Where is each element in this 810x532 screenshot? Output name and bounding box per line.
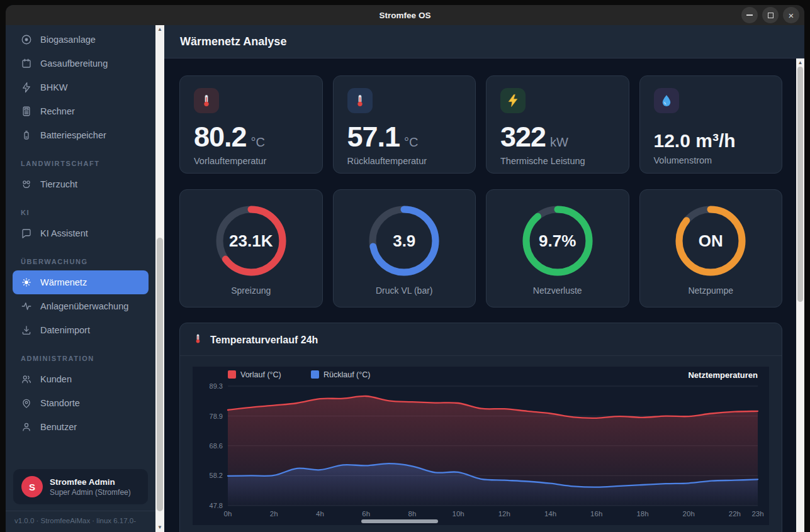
chart-card-title: Temperaturverlauf 24h — [210, 335, 318, 346]
chart-card-header: Temperaturverlauf 24h — [180, 323, 782, 356]
sidebar: BiogasanlageGasaufbereitungBHKWRechnerBa… — [6, 25, 155, 532]
users-icon — [20, 374, 32, 385]
svg-text:58.2: 58.2 — [210, 472, 223, 479]
sidebar-item-datenimport[interactable]: Datenimport — [13, 318, 149, 342]
sidebar-footer: v1.0.0 · StromfeeAiMax · linux 6.17.0- — [6, 511, 155, 532]
stat-value: 12.0 m³/h — [654, 131, 736, 150]
stat-unit: °C — [251, 135, 265, 150]
sidebar-item-benutzer[interactable]: Benutzer — [13, 415, 149, 439]
stat-unit: kW — [550, 135, 568, 150]
maximize-button[interactable] — [762, 7, 779, 23]
main-scrollbar-thumb[interactable] — [797, 67, 803, 302]
gauge-ring: ON — [675, 206, 746, 276]
gauge-card-0: 23.1KSpreizung — [179, 189, 323, 308]
stat-value: 322 — [500, 123, 546, 151]
map-pin-icon — [20, 397, 32, 409]
svg-text:18h: 18h — [636, 510, 648, 518]
download-icon — [20, 324, 32, 336]
gauge-label: Netzpumpe — [688, 285, 733, 296]
svg-text:Rücklauf (°C): Rücklauf (°C) — [323, 370, 370, 379]
temperature-chart-card: Temperaturverlauf 24h 89.378.968.658.247… — [179, 323, 782, 532]
scroll-up-icon[interactable]: ▲ — [155, 26, 164, 33]
window-title: Stromfee OS — [380, 11, 431, 20]
stat-label: Volumenstrom — [654, 155, 768, 165]
svg-text:2h: 2h — [270, 510, 278, 518]
sidebar-item-ki-assistent[interactable]: KI Assistent — [13, 221, 149, 245]
svg-text:78.9: 78.9 — [210, 413, 223, 420]
animal-icon — [20, 179, 32, 191]
main-area: Wärmenetz Analyse 80.2°CVorlauftemperatu… — [164, 25, 804, 532]
calendar-icon — [20, 58, 32, 70]
scroll-up-icon[interactable]: ▲ — [796, 60, 804, 66]
gauges-row: 23.1KSpreizung3.9Druck VL (bar)9.7%Netzv… — [179, 189, 782, 308]
thermometer-icon — [347, 88, 373, 113]
page-title: Wärmenetz Analyse — [180, 35, 286, 48]
svg-text:14h: 14h — [544, 510, 556, 518]
stat-label: Rücklauftemperatur — [347, 156, 462, 166]
sidebar-item-biogasanlage[interactable]: Biogasanlage — [13, 28, 149, 52]
sidebar-item-rechner[interactable]: Rechner — [13, 99, 149, 123]
zap-icon — [20, 82, 32, 94]
close-icon: × — [789, 11, 794, 20]
chat-bubble-icon — [20, 228, 32, 240]
svg-text:89.3: 89.3 — [210, 382, 223, 390]
svg-text:12h: 12h — [498, 510, 510, 518]
gauge-value: 3.9 — [369, 206, 439, 276]
svg-text:8h: 8h — [408, 510, 417, 518]
svg-text:20h: 20h — [683, 510, 695, 518]
close-button[interactable]: × — [783, 7, 799, 23]
stat-label: Vorlauftemperatur — [194, 156, 308, 166]
page-header: Wärmenetz Analyse — [164, 25, 804, 58]
main-scrollbar[interactable]: ▲ — [796, 58, 804, 532]
gauge-value: 9.7% — [522, 206, 593, 276]
sidebar-item-waermenetz[interactable]: Wärmenetz — [13, 270, 149, 294]
sidebar-scrollbar[interactable]: ▲ ▼ — [155, 25, 164, 532]
scroll-down-icon[interactable]: ▼ — [155, 524, 164, 531]
minimize-icon — [746, 14, 753, 16]
sidebar-item-bhkw[interactable]: BHKW — [13, 75, 149, 99]
gauge-ring: 9.7% — [522, 206, 593, 276]
nav-section-header: KI — [21, 209, 155, 216]
svg-text:23h: 23h — [751, 510, 763, 518]
user-card[interactable]: S Stromfee Admin Super Admin (Stromfee) — [13, 469, 148, 504]
user-icon — [20, 421, 32, 433]
sidebar-scrollbar-thumb[interactable] — [157, 238, 163, 511]
stat-card-0: 80.2°CVorlauftemperatur — [179, 75, 323, 174]
thermometer-icon — [193, 333, 203, 346]
sidebar-item-batteriespeicher[interactable]: Batteriespeicher — [13, 123, 149, 147]
sidebar-item-kunden[interactable]: Kunden — [13, 367, 149, 391]
svg-text:6h: 6h — [362, 510, 370, 518]
gauge-card-3: ONNetzpumpe — [639, 189, 783, 308]
gauge-ring: 3.9 — [369, 206, 439, 276]
stats-row: 80.2°CVorlauftemperatur57.1°CRücklauftem… — [179, 75, 782, 174]
sidebar-item-standorte[interactable]: Standorte — [13, 391, 149, 415]
svg-text:68.6: 68.6 — [210, 442, 223, 450]
minimize-button[interactable] — [741, 7, 758, 23]
thermometer-icon — [194, 88, 219, 113]
version-text: v1.0.0 · StromfeeAiMax · linux 6.17.0- — [14, 517, 147, 524]
window-controls: × — [741, 7, 799, 23]
temperature-line-chart[interactable]: 89.378.968.658.247.80h2h4h6h8h10h12h14h1… — [193, 367, 769, 525]
stat-label: Thermische Leistung — [500, 156, 615, 166]
sidebar-item-anlagenueberwachung[interactable]: Anlagenüberwachung — [13, 294, 149, 318]
stat-value: 57.1 — [347, 123, 400, 151]
gauge-label: Druck VL (bar) — [376, 285, 433, 296]
svg-text:Netztemperaturen: Netztemperaturen — [688, 370, 758, 380]
user-role: Super Admin (Stromfee) — [50, 488, 131, 497]
nav-section-header: LANDWIRTSCHAFT — [21, 160, 155, 167]
calculator-icon — [20, 106, 32, 118]
titlebar[interactable]: Stromfee OS × — [6, 5, 804, 25]
stat-value: 80.2 — [194, 123, 247, 151]
svg-text:0h: 0h — [224, 510, 232, 518]
stat-card-2: 322kWThermische Leistung — [486, 75, 629, 174]
svg-text:Vorlauf (°C): Vorlauf (°C) — [240, 370, 281, 379]
sidebar-item-gasaufbereitung[interactable]: Gasaufbereitung — [13, 52, 149, 75]
avatar: S — [21, 476, 43, 497]
disc-icon — [20, 34, 32, 46]
droplet-icon — [654, 88, 679, 113]
gauge-value: ON — [675, 206, 746, 276]
user-name: Stromfee Admin — [50, 477, 131, 487]
activity-icon — [20, 301, 32, 313]
sidebar-item-tierzucht[interactable]: Tierzucht — [13, 172, 149, 196]
content-scroll-area: 80.2°CVorlauftemperatur57.1°CRücklauftem… — [164, 58, 804, 532]
